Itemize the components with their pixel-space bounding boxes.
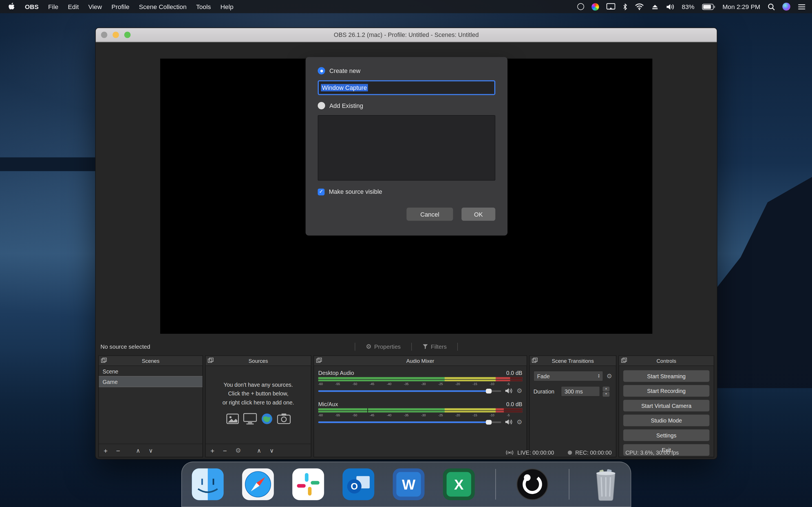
toolbar-separator	[355, 342, 355, 350]
dock-panels: Scenes Scene Game + − ∧ ∨	[96, 355, 717, 457]
spotlight-icon[interactable]	[768, 2, 775, 11]
properties-button[interactable]: ⚙ Properties	[366, 343, 401, 350]
scale-tick: -45	[370, 413, 374, 417]
apple-icon[interactable]	[8, 2, 15, 11]
duration-value: 300 ms	[565, 388, 583, 395]
make-visible-option[interactable]: ✓ Make source visible	[318, 187, 495, 196]
scale-tick: -5	[507, 382, 510, 386]
panel-dock-icon	[101, 357, 107, 364]
source-name-input[interactable]: Window Capture	[318, 80, 495, 95]
meter-scale: -60-55-50-45-40-35-30-25-20-15-10-5	[318, 413, 522, 417]
track-name: Desktop Audio	[318, 370, 354, 376]
transition-dropdown[interactable]: Fade ▲▼	[534, 371, 603, 381]
audio-mixer-header[interactable]: Audio Mixer	[314, 356, 527, 366]
track-settings-gear-icon[interactable]: ⚙	[516, 388, 522, 394]
start-recording-button[interactable]: Start Recording	[623, 385, 710, 397]
panel-dock-icon	[208, 357, 214, 364]
track-settings-gear-icon[interactable]: ⚙	[516, 419, 522, 425]
menu-item-file[interactable]: File	[48, 3, 58, 10]
properties-label: Properties	[374, 343, 401, 350]
source-toolbar-actions: ⚙ Properties Filters	[349, 342, 464, 350]
eject-icon[interactable]	[651, 2, 658, 11]
radio-selected-icon[interactable]	[318, 67, 325, 74]
existing-sources-list[interactable]	[318, 115, 495, 181]
dock-icon-slack[interactable]	[292, 468, 324, 501]
duration-down-button[interactable]: ▼	[603, 392, 610, 396]
scene-list-item-selected[interactable]: Game	[99, 376, 203, 387]
minimize-button[interactable]	[112, 32, 119, 38]
sources-header[interactable]: Sources	[206, 356, 311, 366]
create-new-option[interactable]: Create new	[318, 66, 495, 75]
scenes-header[interactable]: Scenes	[99, 356, 203, 366]
menu-item-profile[interactable]: Profile	[111, 3, 130, 10]
window-title: OBS 26.1.2 (mac) - Profile: Untitled - S…	[334, 32, 479, 38]
make-visible-label: Make source visible	[329, 188, 382, 195]
title-bar[interactable]: OBS 26.1.2 (mac) - Profile: Untitled - S…	[96, 28, 717, 42]
cancel-button[interactable]: Cancel	[407, 208, 453, 221]
track-level: 0.0 dB	[506, 370, 522, 376]
dock-icon-outlook[interactable]: O	[342, 468, 374, 501]
dock-icon-safari[interactable]	[241, 468, 274, 501]
screen: OBS File Edit View Profile Scene Collect…	[0, 0, 812, 507]
duration-input[interactable]: 300 ms	[561, 386, 600, 397]
menu-item-tools[interactable]: Tools	[196, 3, 211, 10]
settings-button[interactable]: Settings	[623, 429, 710, 441]
dock-icon-finder[interactable]	[191, 468, 224, 501]
controls-header[interactable]: Controls	[619, 356, 714, 366]
duration-row: Duration 300 ms ▲ ▼	[534, 386, 612, 397]
track-label-row: Mic/Aux 0.0 dB	[318, 400, 522, 407]
panel-dock-icon	[316, 357, 322, 364]
duration-label: Duration	[534, 388, 561, 395]
filters-button[interactable]: Filters	[422, 343, 447, 350]
battery-icon[interactable]	[702, 2, 715, 11]
menu-item-scene-collection[interactable]: Scene Collection	[139, 3, 187, 10]
duration-up-button[interactable]: ▲	[603, 386, 610, 391]
scale-tick: -30	[421, 382, 426, 386]
slider-handle[interactable]	[486, 389, 492, 393]
volume-slider[interactable]	[318, 388, 501, 394]
transitions-header[interactable]: Scene Transitions	[530, 356, 616, 366]
color-wheel-icon[interactable]	[591, 2, 599, 11]
dock-icon-trash[interactable]	[589, 468, 622, 501]
notification-center-icon[interactable]	[798, 2, 806, 11]
add-existing-option[interactable]: Add Existing	[318, 101, 495, 110]
audio-mixer-panel: Audio Mixer Desktop Audio 0.0 dB	[313, 355, 527, 457]
menu-item-edit[interactable]: Edit	[68, 3, 79, 10]
start-streaming-button[interactable]: Start Streaming	[623, 370, 710, 382]
menu-item-view[interactable]: View	[88, 3, 102, 10]
dock-icon-excel[interactable]: X	[442, 468, 475, 501]
scale-tick: -20	[455, 413, 460, 417]
battery-percent: 83%	[682, 3, 695, 10]
display-mirroring-icon[interactable]	[606, 2, 615, 11]
transition-select-row: Fade ▲▼ ⚙	[534, 371, 612, 381]
ok-button[interactable]: OK	[462, 208, 495, 221]
status-ring-icon[interactable]	[577, 2, 584, 11]
scale-tick: -60	[318, 413, 323, 417]
menu-app-name[interactable]: OBS	[25, 3, 39, 10]
slider-handle[interactable]	[486, 420, 492, 425]
scene-list-item[interactable]: Scene	[99, 366, 203, 376]
speaker-icon[interactable]	[505, 388, 513, 394]
scale-tick: -10	[490, 382, 494, 386]
radio-unselected-icon[interactable]	[318, 102, 325, 109]
volume-slider[interactable]	[318, 419, 501, 425]
scale-tick: -45	[370, 382, 374, 386]
wifi-icon[interactable]	[635, 2, 644, 11]
close-button[interactable]	[101, 32, 107, 38]
volume-icon[interactable]	[666, 2, 674, 11]
menu-item-help[interactable]: Help	[220, 3, 234, 10]
dock-icon-obs[interactable]	[516, 468, 548, 501]
scale-tick: -40	[387, 382, 391, 386]
zoom-button[interactable]	[124, 32, 131, 38]
speaker-icon[interactable]	[505, 419, 513, 425]
transition-gear-icon[interactable]: ⚙	[606, 373, 612, 379]
checkbox-checked-icon[interactable]: ✓	[318, 188, 324, 195]
siri-icon[interactable]	[782, 2, 790, 11]
studio-mode-button[interactable]: Studio Mode	[623, 414, 710, 426]
dock-icon-word[interactable]: W	[392, 468, 424, 501]
menu-clock[interactable]: Mon 2:29 PM	[722, 3, 760, 10]
start-virtual-camera-button[interactable]: Start Virtual Camera	[623, 400, 710, 411]
bluetooth-icon[interactable]	[622, 2, 627, 11]
track-level: 0.0 dB	[506, 401, 522, 407]
transitions-body: Fade ▲▼ ⚙ Duration 300 ms ▲	[530, 366, 616, 397]
